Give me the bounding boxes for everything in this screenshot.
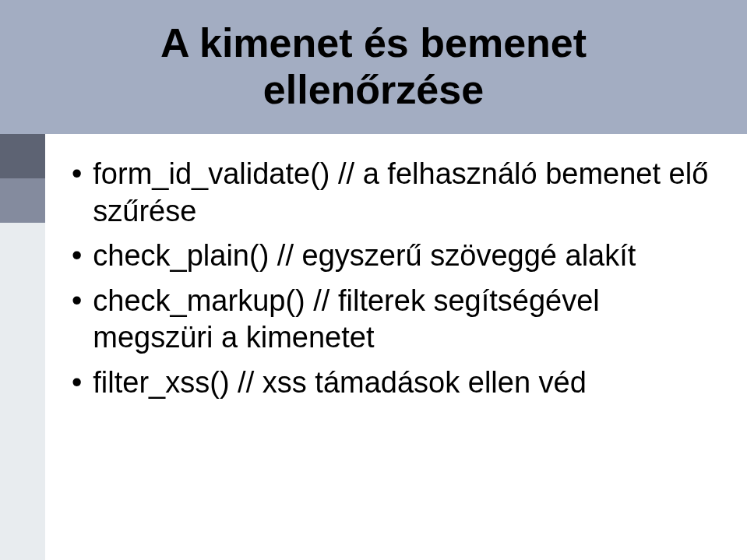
bullet-item: • form_id_validate() // a felhasználó be… [72, 156, 716, 230]
bullet-item: • filter_xss() // xss támadások ellen vé… [72, 365, 716, 402]
bullet-item: • check_plain() // egyszerű szöveggé ala… [72, 238, 716, 275]
slide-title: A kimenet és bemenet ellenőrzése [160, 20, 587, 114]
bullet-text: check_markup() // filterek segítségével … [93, 283, 716, 357]
bullet-item: • check_markup() // filterek segítségéve… [72, 283, 716, 357]
bullet-text: check_plain() // egyszerű szöveggé alakí… [93, 238, 636, 275]
bullet-text: filter_xss() // xss támadások ellen véd [93, 365, 587, 402]
title-line-1: A kimenet és bemenet [160, 20, 587, 65]
sidebar-accent-light [0, 223, 45, 560]
bullet-dot-icon: • [72, 156, 82, 193]
bullet-dot-icon: • [72, 283, 82, 320]
content-area: • form_id_validate() // a felhasználó be… [72, 156, 716, 409]
title-line-2: ellenőrzése [263, 67, 484, 112]
sidebar-accent-mid [0, 178, 45, 223]
slide: A kimenet és bemenet ellenőrzése • form_… [0, 0, 747, 560]
bullet-dot-icon: • [72, 365, 82, 402]
title-banner: A kimenet és bemenet ellenőrzése [0, 0, 747, 134]
bullet-text: form_id_validate() // a felhasználó beme… [93, 156, 716, 230]
sidebar-accent-dark [0, 134, 45, 178]
bullet-dot-icon: • [72, 238, 82, 275]
